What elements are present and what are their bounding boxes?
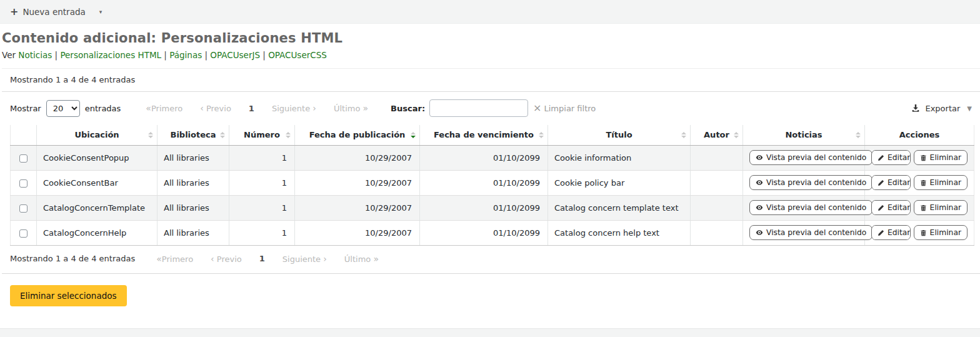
column-header-news[interactable]: Noticias [743,125,865,145]
view-links-row: Ver Noticias | Personalizaciones HTML | … [2,50,980,60]
top-toolbar: + Nueva entrada ▾ [0,0,980,24]
sort-icon [734,132,739,138]
cell-number: 1 [229,170,295,195]
entries-per-page-select[interactable]: 20 [46,100,80,117]
page-footer [0,328,980,337]
column-header-author[interactable]: Autor [691,125,743,145]
chevron-right-icon: › [323,254,327,264]
trash-icon [920,154,927,161]
separator: | [202,50,210,60]
edit-button[interactable]: Editar [872,226,911,240]
double-chevron-left-icon: « [156,254,162,264]
view-link[interactable]: Personalizaciones HTML [60,50,161,60]
view-link[interactable]: Páginas [169,50,202,60]
search-control: Buscar: [391,99,528,117]
cell-number: 1 [229,220,295,245]
entries-label: entradas [85,104,121,113]
row-checkbox[interactable] [19,204,28,213]
next-page-button[interactable]: Siguiente › [263,103,325,113]
cell-library: All libraries [158,220,229,245]
pencil-icon [878,179,884,186]
search-input[interactable] [429,99,528,117]
delete-button[interactable]: Eliminar [914,175,968,191]
edit-button[interactable]: Editar [872,151,911,165]
column-header-checkbox [11,125,37,145]
chevron-left-icon: ‹ [211,254,214,264]
column-header-number[interactable]: Número [229,125,295,145]
cell-title: Cookie information [548,145,691,170]
sort-icon [286,132,291,138]
view-link[interactable]: OPACUserCSS [268,50,327,60]
separator: | [52,50,60,60]
clear-filter-label: Limpiar filtro [544,104,596,113]
preview-content-button[interactable]: Vista previa del contenido [749,200,872,216]
delete-button[interactable]: Eliminar [914,200,968,216]
cell-publication-date: 10/29/2007 [295,195,420,220]
cell-publication-date: 10/29/2007 [295,170,420,195]
preview-content-button[interactable]: Vista previa del contenido [749,225,872,241]
cell-library: All libraries [158,195,229,220]
preview-content-button[interactable]: Vista previa del contenido [749,175,872,191]
eye-icon [756,229,763,236]
sort-icon [220,132,225,138]
html-customizations-table: Ubicación Biblioteca Número Fecha de pub… [10,125,974,246]
eye-icon [756,179,763,186]
show-label: Mostrar [10,104,41,113]
sort-desc-icon [411,132,416,138]
search-label: Buscar: [391,104,425,113]
new-entry-dropdown-toggle[interactable]: ▾ [99,9,102,15]
preview-content-button[interactable]: Vista previa del contenido [749,150,872,166]
edit-button[interactable]: Editar [872,201,911,215]
separator: | [260,50,268,60]
table-header-row: Ubicación Biblioteca Número Fecha de pub… [11,125,974,145]
last-page-button[interactable]: Último » [336,254,388,264]
table-row: CatalogConcernHelp All libraries 1 10/29… [11,220,974,245]
cell-publication-date: 10/29/2007 [295,145,420,170]
view-link[interactable]: Noticias [18,50,52,60]
previous-page-button[interactable]: ‹ Previo [191,103,240,113]
column-header-expiration-date[interactable]: Fecha de vencimiento [420,125,548,145]
column-header-title[interactable]: Título [548,125,691,145]
next-page-button[interactable]: Siguiente › [274,254,336,264]
showing-entries-top: Mostrando 1 a 4 de 4 entradas [2,69,980,91]
edit-button[interactable]: Editar [872,176,911,190]
cell-number: 1 [229,145,295,170]
cell-expiration-date: 01/10/2099 [420,220,548,245]
eye-icon [756,154,763,161]
row-checkbox[interactable] [19,229,28,238]
row-checkbox[interactable] [19,179,28,188]
delete-button[interactable]: Eliminar [914,225,968,241]
column-header-publication-date[interactable]: Fecha de publicación [295,125,420,145]
clear-filter-button[interactable]: × Limpiar filtro [533,103,596,113]
export-button[interactable]: Exportar ▼ [911,104,972,113]
column-header-location[interactable]: Ubicación [37,125,158,145]
column-header-actions: Acciones [865,125,974,145]
table-row: CookieConsentBar All libraries 1 10/29/2… [11,170,974,195]
sort-icon [539,132,544,138]
plus-icon: + [10,6,18,18]
table-controls: Mostrar 20 entradas «Primero‹ Previo1Sig… [2,92,980,125]
row-checkbox[interactable] [19,154,28,163]
chevron-down-icon: ▼ [967,105,972,112]
eye-icon [756,204,763,211]
pagination-top: «Primero‹ Previo1Siguiente ›Último » [137,103,377,113]
cell-expiration-date: 01/10/2099 [420,170,548,195]
new-entry-button[interactable]: + Nueva entrada [10,6,86,18]
delete-button[interactable]: Eliminar [914,150,968,166]
pagination-bottom: «Primero‹ Previo1Siguiente ›Último » [148,254,388,264]
delete-selected-button[interactable]: Eliminar seleccionados [10,285,127,306]
new-entry-label: Nueva entrada [22,7,85,17]
first-page-button[interactable]: «Primero [148,254,202,264]
previous-page-button[interactable]: ‹ Previo [202,254,251,264]
sort-icon [148,132,153,138]
last-page-button[interactable]: Último » [325,103,377,113]
current-page-button[interactable]: 1 [251,254,274,263]
cell-location: CatalogConcernHelp [37,220,158,245]
view-link[interactable]: OPACUserJS [210,50,260,60]
current-page-button[interactable]: 1 [240,104,263,113]
first-page-button[interactable]: «Primero [137,103,191,113]
column-header-library[interactable]: Biblioteca [158,125,229,145]
page-title: Contenido adicional: Personalizaciones H… [2,31,980,46]
trash-icon [920,179,927,186]
trash-icon [920,204,927,211]
